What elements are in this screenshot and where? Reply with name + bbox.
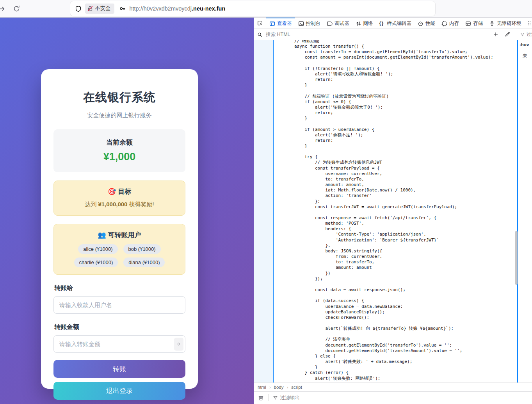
tab-performance[interactable]: 性能 [415, 18, 438, 29]
code-line: action: 'transfer' [294, 193, 493, 198]
page-subtitle: 安全便捷的网上银行服务 [53, 112, 185, 119]
url-bar[interactable]: 不安全 http://h0v2vxdb2mvoycdj.neu-nex.fun [70, 1, 435, 16]
transfer-button[interactable]: 转账 [53, 360, 185, 378]
code-line: return; [294, 110, 493, 116]
trash-icon[interactable] [258, 395, 264, 401]
code-line: const response = await fetch('/api/trans… [294, 215, 493, 221]
performance-icon [418, 21, 423, 27]
tab-memory[interactable]: 内存 [438, 18, 462, 29]
code-line [294, 282, 493, 287]
markup-search-bar [254, 29, 518, 40]
tab-label: 无障碍环境 [497, 20, 521, 27]
tab-style-editor[interactable]: { }样式编辑器 [376, 18, 415, 29]
devtools-panel: 查看器控制台调试器网络{ }样式编辑器性能内存存储无障碍环境 // 转账功能as… [254, 18, 532, 404]
code-line: const transferPayload = { [294, 166, 493, 171]
code-line [294, 210, 493, 215]
code-line: alert('转账失败: ' + data.message); [294, 359, 493, 365]
code-line: } [294, 116, 493, 121]
code-line: iat: Math.floor(Date.now() / 1000), [294, 188, 493, 193]
code-line: body: JSON.stringify({ [294, 248, 493, 254]
goal-amount: ¥1,000,000 [98, 201, 127, 207]
breadcrumb-item-script[interactable]: script [291, 385, 302, 390]
funnel-icon [273, 395, 278, 400]
users-pills: alice (¥1000)bob (¥1000)charlie (¥1000)d… [70, 244, 169, 267]
accessibility-icon [489, 21, 495, 27]
code-line: username: currentUser, [294, 171, 493, 177]
code-line: }; [294, 199, 493, 204]
code-line: userBalance = data.newBalance; [294, 304, 493, 309]
breadcrumb-item-body[interactable]: body [274, 385, 284, 390]
tab-label: 控制台 [306, 20, 321, 27]
pseudo-class-toggle[interactable]: :hov [518, 40, 532, 49]
style-editor-icon: { } [379, 21, 385, 27]
code-line: if (amount <= 0) { [294, 99, 493, 105]
code-line: method: 'POST', [294, 221, 493, 226]
logout-button[interactable]: 退出登录 [53, 382, 185, 400]
reload-icon[interactable] [13, 5, 20, 13]
code-line: document.getElementById('transferAmount'… [294, 348, 493, 354]
breadcrumb-item-html[interactable]: html [258, 385, 266, 390]
code-line: alert('请填写收款人和转账金额! '); [294, 72, 493, 77]
tab-console[interactable]: 控制台 [295, 18, 324, 29]
number-spinner[interactable] [174, 338, 183, 350]
pick-element-button[interactable] [254, 18, 266, 29]
code-line: headers: { [294, 226, 493, 232]
magnifier-icon [257, 32, 262, 37]
code-line: } [294, 82, 493, 88]
search-html-input[interactable] [265, 31, 490, 38]
devtools-menu-button[interactable] [527, 18, 532, 29]
tab-storage[interactable]: 存储 [462, 18, 486, 29]
page-title: 在线银行系统 [53, 89, 185, 105]
spinner-arrows-icon [176, 341, 181, 347]
network-icon [356, 21, 361, 27]
goal-box: 🎯 目标 达到 ¥1,000,000 获得奖励! [53, 181, 185, 216]
code-line: }) [294, 271, 493, 276]
selected-node-guide-right [517, 40, 518, 383]
security-label: 不安全 [95, 5, 111, 12]
tab-debugger[interactable]: 调试器 [324, 18, 352, 29]
transfer-to-input[interactable] [53, 296, 185, 314]
code-line: updateBalanceDisplay(); [294, 309, 493, 315]
divider [268, 394, 269, 401]
memory-icon [441, 21, 447, 27]
code-line: // 转账功能 [294, 40, 493, 44]
user-pill: charlie (¥1000) [74, 257, 118, 267]
markup-view[interactable]: // 转账功能async function transfer() { const… [254, 40, 518, 383]
tab-label: 性能 [425, 20, 435, 27]
key-icon[interactable] [119, 5, 126, 12]
code-line: if (amount > userBalance) { [294, 127, 493, 132]
plus-icon[interactable] [493, 32, 498, 37]
tab-accessibility[interactable]: 无障碍环境 [486, 18, 525, 29]
forward-arrow-icon[interactable] [0, 5, 5, 13]
url-domain: .neu-nex.fun [192, 5, 225, 12]
eyedropper-icon[interactable] [505, 32, 510, 37]
transfer-to-label: 转账给 [54, 284, 185, 292]
insecure-lock-icon [87, 5, 93, 12]
markup-scrollbar[interactable] [515, 231, 518, 285]
code-line [294, 121, 493, 127]
console-filter-label: 过滤输出 [280, 395, 300, 401]
console-icon [298, 21, 304, 27]
tab-inspector[interactable]: 查看器 [266, 18, 295, 29]
markup-gutter [254, 40, 273, 383]
insecure-badge[interactable]: 不安全 [85, 4, 114, 14]
code-line: if (!transferTo || !amount) { [294, 66, 493, 72]
rules-filter-bar[interactable]: 过滤 [518, 29, 532, 40]
user-pill: diana (¥1000) [123, 257, 165, 267]
tab-label: 内存 [449, 20, 459, 27]
code-line: } [294, 143, 493, 149]
devtools-tabs: 查看器控制台调试器网络{ }样式编辑器性能内存存储无障碍环境 [266, 18, 527, 29]
url-text: http://h0v2vxdb2mvoycdj.neu-nex.fun [130, 5, 226, 12]
console-filter-bar: 过滤输出 [254, 391, 532, 404]
balance-box: 当前余额 ¥1,000 [53, 129, 185, 172]
code-line: const transferJWT = await generateJWT(tr… [294, 204, 493, 210]
balance-value: ¥1,000 [53, 151, 185, 163]
tab-network[interactable]: 网络 [352, 18, 376, 29]
devtools-tabbar: 查看器控制台调试器网络{ }样式编辑器性能内存存储无障碍环境 [254, 18, 532, 29]
shield-icon[interactable] [75, 5, 82, 12]
code-line: async function transfer() { [294, 44, 493, 49]
console-filter[interactable]: 过滤输出 [273, 395, 300, 401]
code-line: } else { [294, 354, 493, 359]
transfer-amount-input[interactable] [53, 335, 185, 353]
breadcrumb-separator: › [269, 385, 271, 390]
